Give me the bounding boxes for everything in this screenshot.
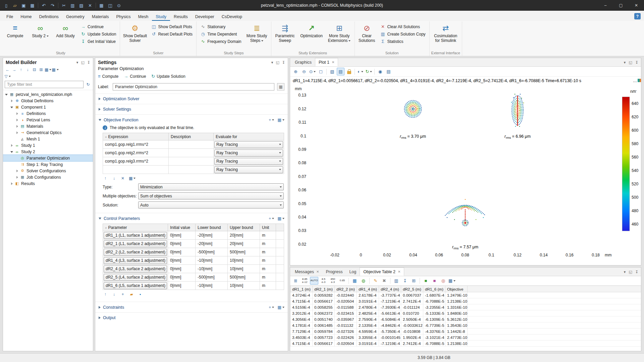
- table-row[interactable]: 4.1781E-40.0061485-0.0111322.1335E-4-4.8…: [290, 322, 641, 328]
- tree-item-mesh-1[interactable]: ◭Mesh 1: [3, 136, 93, 142]
- tab-developer[interactable]: Developer: [192, 12, 218, 21]
- tab-progress[interactable]: Progress: [322, 267, 346, 276]
- table-row[interactable]: 7.7129E-40.0059784-0.0273264.5959E-4-5.7…: [290, 328, 641, 335]
- initial-value-cell[interactable]: 0[mm]: [168, 282, 196, 290]
- description-cell[interactable]: [169, 166, 214, 174]
- plot-group-icon[interactable]: [638, 79, 641, 82]
- copy-table-icon[interactable]: ▥: [392, 277, 400, 285]
- refresh-icon[interactable]: ↻: [85, 81, 91, 88]
- export-table-icon[interactable]: ↧: [401, 277, 409, 285]
- table-row[interactable]: 4.3724E-40.0059282-0.0224402.6178E-4-3.7…: [290, 292, 641, 298]
- move-down-icon[interactable]: ↓: [24, 66, 31, 73]
- constraint-table-menu-icon[interactable]: ▦: [277, 305, 284, 310]
- delete-row-icon[interactable]: ✕: [120, 176, 125, 181]
- continue-button[interactable]: →Continue: [78, 23, 118, 30]
- paint-cells-icon[interactable]: ✎: [372, 277, 379, 285]
- highlight-magenta-icon[interactable]: ■: [431, 277, 438, 285]
- reset-default-plots-button[interactable]: ↺Reset Default Plots: [149, 31, 195, 38]
- parameter-row[interactable]: dR1_1 (L1, surface 1 adjustment) 0[mm] -…: [103, 231, 284, 240]
- frequency-domain-button[interactable]: ∿Frequency Domain: [198, 38, 243, 45]
- parameter-cell[interactable]: dR1_4 (L3, surface 1 adjustment): [103, 256, 168, 265]
- clear-all-solutions-button[interactable]: ✕Clear All Solutions: [378, 23, 428, 30]
- add-row-icon[interactable]: +: [120, 292, 125, 297]
- collapse-all-icon[interactable]: ⊟: [31, 66, 38, 73]
- cosimulation-button[interactable]: ⇄ Cosimulation for Simulink: [431, 22, 460, 50]
- cut-icon[interactable]: ✂: [60, 1, 68, 9]
- tree-item-study-2[interactable]: ∞Study 2: [3, 148, 93, 155]
- parameter-cell[interactable]: dR2_5 (L4, surface 2 adjustment): [103, 273, 168, 282]
- undo-icon[interactable]: ↶: [40, 1, 48, 9]
- unit-cell[interactable]: m: [260, 240, 276, 248]
- col-dR2_2[interactable]: dR2_2 (m): [335, 286, 357, 292]
- pin-panel-icon[interactable]: ↧: [635, 270, 638, 274]
- description-cell[interactable]: [169, 140, 214, 149]
- lower-bound-cell[interactable]: -10[mm]: [196, 265, 228, 273]
- tree-item-job-configurations[interactable]: ▦Job Configurations: [3, 174, 93, 180]
- polar-plot-icon[interactable]: ◎: [439, 277, 447, 285]
- col-dR2_5[interactable]: dR2_5 (m): [401, 286, 423, 292]
- create-solution-copy-button[interactable]: ▥Create Solution Copy: [378, 31, 428, 38]
- add-constraint-icon[interactable]: +: [269, 305, 274, 310]
- parameter-row[interactable]: dR1_6 (L5, surface 1 adjustment) 0[mm] -…: [103, 282, 284, 290]
- label-options-icon[interactable]: ▦: [277, 83, 284, 90]
- tab-home[interactable]: Home: [17, 12, 35, 21]
- expression-cell[interactable]: comp1.gop.relg2.rrms^2: [103, 149, 169, 157]
- maximize-button[interactable]: ▢: [613, 0, 629, 11]
- initial-value-cell[interactable]: 0[mm]: [168, 273, 196, 282]
- lower-bound-cell[interactable]: -500[mm]: [196, 248, 228, 256]
- show-default-plots-button[interactable]: ◫Show Default Plots: [149, 23, 195, 30]
- evaluate-for-cell[interactable]: Ray Tracing: [214, 149, 284, 157]
- unit-cell[interactable]: m: [260, 265, 276, 273]
- panel-menu-icon[interactable]: ▾: [271, 60, 273, 65]
- parameter-row[interactable]: dR2_5 (L4, surface 2 adjustment) 0[mm] -…: [103, 273, 284, 282]
- table-menu-icon[interactable]: ▦: [129, 176, 136, 181]
- tree-item-materials[interactable]: ▤Materials: [3, 123, 93, 129]
- study-2-button[interactable]: ∞ Study 2: [28, 22, 52, 50]
- move-up-icon[interactable]: ↑: [18, 66, 24, 73]
- zoom-extents-icon[interactable]: ⊙: [309, 68, 316, 75]
- upper-bound-cell[interactable]: 10[mm]: [228, 282, 260, 290]
- plot-canvas[interactable]: dR1_1=4.7115E-4, dR2_1=0.0056617, dR2_2=…: [290, 77, 641, 265]
- parameter-row[interactable]: dR2_4 (L3, surface 2 adjustment) 0[mm] -…: [103, 265, 284, 273]
- close-tab-icon[interactable]: ✕: [332, 60, 334, 64]
- section-header-objective-function[interactable]: Objective Function + ▦: [95, 115, 288, 125]
- unit-cell[interactable]: m: [260, 256, 276, 265]
- col-parameter[interactable]: »Parameter: [103, 224, 168, 231]
- tab-objective-table-2[interactable]: Objective Table 2✕: [360, 267, 404, 276]
- tab-physics[interactable]: Physics: [112, 12, 134, 21]
- print-plot-icon[interactable]: ▤: [385, 68, 392, 75]
- parameter-cell[interactable]: dR1_1 (L1, surface 1 adjustment): [103, 231, 168, 240]
- col-dR1_4[interactable]: dR1_4 (m): [357, 286, 379, 292]
- save-icon[interactable]: ▣: [19, 1, 28, 9]
- tab-mesh[interactable]: Mesh: [135, 12, 152, 21]
- table-row[interactable]: 4.7115E-40.0056617-0.0205043.0191E-4-7.1…: [290, 298, 641, 304]
- precision-engineering-icon[interactable]: 850e-3: [329, 277, 337, 285]
- lower-bound-cell[interactable]: -10[mm]: [196, 282, 228, 290]
- redo-icon[interactable]: ↷: [48, 1, 57, 9]
- section-header-control-parameters[interactable]: Control Parameters + ▦: [95, 213, 288, 224]
- tree-filter-input[interactable]: [5, 81, 84, 88]
- tab-geometry[interactable]: Geometry: [62, 12, 88, 21]
- row-numbers-icon[interactable]: ≣: [292, 277, 300, 285]
- lower-bound-cell[interactable]: -10[mm]: [196, 256, 228, 265]
- stationary-button[interactable]: ∿Stationary: [198, 23, 243, 30]
- tab-definitions[interactable]: Definitions: [36, 12, 62, 21]
- tab-file[interactable]: File: [3, 12, 17, 21]
- table-row[interactable]: 4.7115E-40.0056617-0.0205043.0191E-4-7.1…: [290, 341, 641, 347]
- initial-value-cell[interactable]: 0[mm]: [168, 248, 196, 256]
- table-columns-icon[interactable]: ▦: [448, 277, 456, 285]
- unit-cell[interactable]: m: [260, 231, 276, 240]
- add-plot-icon[interactable]: ⊞: [410, 277, 418, 285]
- evaluate-for-cell[interactable]: Ray Tracing: [214, 157, 284, 166]
- close-tab-icon[interactable]: ✕: [398, 270, 400, 274]
- unit-cell[interactable]: m: [260, 248, 276, 256]
- parameter-cell[interactable]: dR1_6 (L5, surface 1 adjustment): [103, 282, 168, 290]
- delete-icon[interactable]: ✕: [86, 1, 94, 9]
- update-plot-icon[interactable]: ↻: [365, 68, 373, 75]
- tree-item-geometrical-optics[interactable]: ⇝Geometrical Optics: [3, 129, 93, 136]
- expand-all-icon[interactable]: ⊞: [38, 66, 44, 73]
- clear-table-icon[interactable]: ✖: [380, 277, 388, 285]
- add-objective-icon[interactable]: +: [269, 118, 274, 122]
- tab-materials[interactable]: Materials: [88, 12, 113, 21]
- save-as-icon[interactable]: ▦: [28, 1, 37, 9]
